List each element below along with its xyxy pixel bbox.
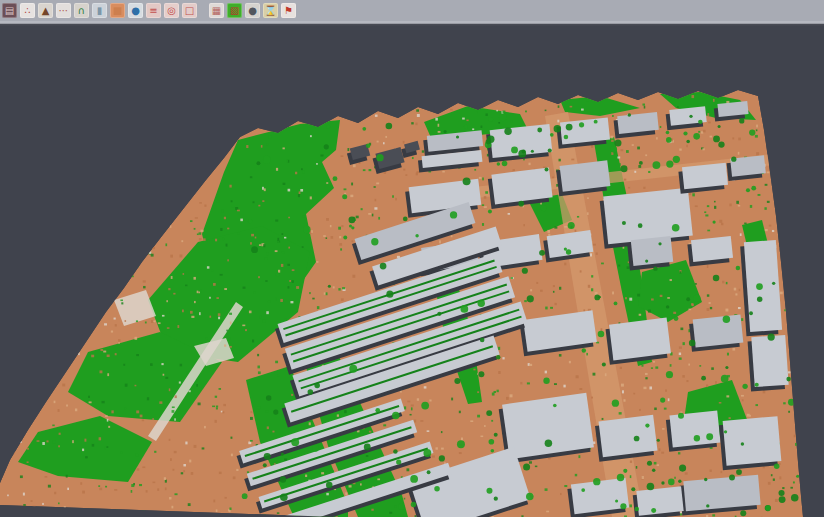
open-dataset-icon[interactable]: ▤: [2, 3, 17, 18]
point-cloud-icon[interactable]: ∴: [20, 3, 35, 18]
profile-view-icon[interactable]: ▮: [92, 3, 107, 18]
sparse-points-icon[interactable]: ⋯: [56, 3, 71, 18]
application-window: ▤∴▲⋯∩▮■●≡◎□▦▧●⌛⚑: [0, 0, 824, 517]
toolbar-group-gap: [200, 3, 209, 18]
surface-model-icon[interactable]: ∩: [74, 3, 89, 18]
classification-icon[interactable]: ▧: [227, 3, 242, 18]
grid-overlay-icon[interactable]: ▦: [209, 3, 224, 18]
zoom-extent-icon[interactable]: □: [182, 3, 197, 18]
flag-marker-icon[interactable]: ⚑: [281, 3, 296, 18]
main-toolbar: ▤∴▲⋯∩▮■●≡◎□▦▧●⌛⚑: [0, 0, 824, 21]
measure-icon[interactable]: ⌛: [263, 3, 278, 18]
cross-section-icon[interactable]: ≡: [146, 3, 161, 18]
circle-select-icon[interactable]: ◎: [164, 3, 179, 18]
orthophoto-icon[interactable]: ■: [110, 3, 125, 18]
shaded-sphere-icon[interactable]: ●: [245, 3, 260, 18]
terrain-tin-icon[interactable]: ▲: [38, 3, 53, 18]
point-cloud-scene[interactable]: [0, 27, 824, 517]
globe-3d-icon[interactable]: ●: [128, 3, 143, 18]
viewport-3d[interactable]: [0, 27, 824, 517]
